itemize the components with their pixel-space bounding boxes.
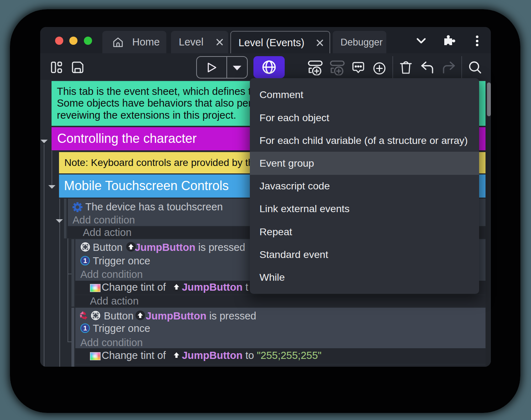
svg-text:1: 1	[83, 257, 87, 264]
svg-text:1: 1	[83, 324, 87, 332]
